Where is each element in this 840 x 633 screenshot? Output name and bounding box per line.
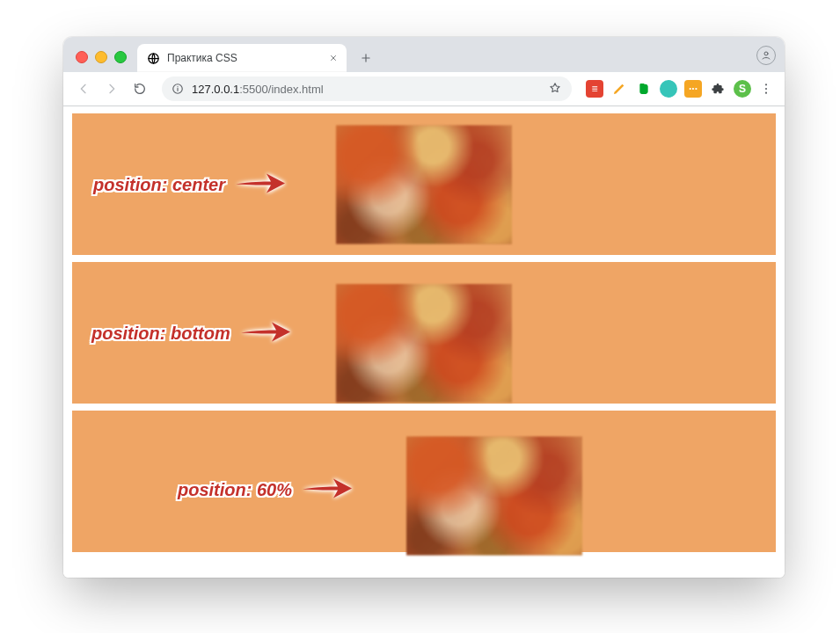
new-tab-button[interactable] <box>354 46 378 70</box>
url-port: :5500 <box>239 83 268 96</box>
address-bar[interactable]: 127.0.0.1:5500/index.html <box>162 76 572 101</box>
svg-point-5 <box>765 92 767 94</box>
arrow-right-icon <box>301 475 354 506</box>
stage: Практика CSS <box>0 0 840 633</box>
demo-image <box>405 435 583 556</box>
svg-point-3 <box>765 84 767 85</box>
tab-title: Практика CSS <box>167 52 322 64</box>
window-minimize-button[interactable] <box>95 51 107 63</box>
svg-point-4 <box>765 88 767 90</box>
demo-panel-sixty: position: 60% <box>72 411 776 552</box>
annotation-bottom: position: bottom <box>91 317 292 348</box>
ext-evernote-icon[interactable] <box>635 80 653 98</box>
browser-menu-button[interactable] <box>756 79 776 98</box>
tab-strip: Практика CSS <box>63 37 785 72</box>
svg-point-1 <box>764 52 768 55</box>
traffic-lights <box>70 51 130 72</box>
demo-panel-center: position: center <box>72 113 776 255</box>
annotation-label: position: bottom <box>91 323 230 343</box>
tab-close-button[interactable] <box>327 52 340 64</box>
site-info-icon[interactable] <box>171 82 185 96</box>
ext-s-icon[interactable]: S <box>734 80 751 98</box>
globe-icon <box>146 51 160 65</box>
browser-toolbar: 127.0.0.1:5500/index.html ≡ ··· <box>63 72 785 106</box>
page-viewport[interactable]: position: center position: bottom <box>63 106 785 578</box>
extensions-button[interactable] <box>709 80 727 98</box>
ext-todoist-icon[interactable]: ≡ <box>586 80 603 98</box>
arrow-right-icon <box>239 317 292 348</box>
annotation-label: position: 60% <box>178 480 292 500</box>
arrow-right-icon <box>234 169 287 200</box>
url-text: 127.0.0.1:5500/index.html <box>192 83 542 96</box>
ext-pencil-icon[interactable] <box>610 80 628 98</box>
demo-image <box>335 124 513 244</box>
nav-reload-button[interactable] <box>128 77 151 100</box>
bookmark-star-icon[interactable] <box>549 82 563 96</box>
ext-teal-icon[interactable] <box>660 80 677 98</box>
browser-tab[interactable]: Практика CSS <box>137 44 347 72</box>
nav-back-button[interactable] <box>72 77 95 100</box>
annotation-center: position: center <box>93 169 287 200</box>
url-host: 127.0.0.1 <box>192 83 239 96</box>
extension-icons: ≡ ··· S <box>586 80 751 98</box>
ext-orange-icon[interactable]: ··· <box>684 80 702 98</box>
window-zoom-button[interactable] <box>114 51 127 63</box>
annotation-sixty: position: 60% <box>178 475 354 506</box>
browser-window: Практика CSS <box>63 37 785 578</box>
annotation-label: position: center <box>93 174 225 194</box>
demo-panel-bottom: position: bottom <box>72 262 776 404</box>
demo-image <box>335 283 513 404</box>
profile-button[interactable] <box>756 46 776 65</box>
nav-forward-button[interactable] <box>100 77 123 100</box>
url-path: /index.html <box>268 83 324 96</box>
window-close-button[interactable] <box>76 51 88 63</box>
